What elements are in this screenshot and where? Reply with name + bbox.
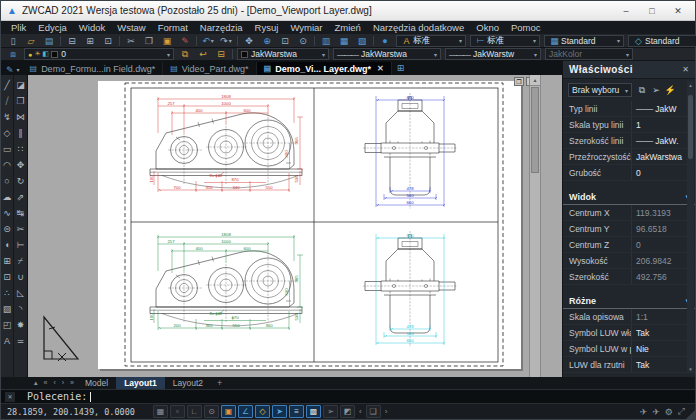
property-row[interactable]: Typ linii —— JakW (563, 101, 695, 117)
document-tab[interactable]: ▤ Video_Part.dwg* ✕ (163, 62, 256, 75)
break-tool[interactable]: ⌿ (15, 253, 27, 269)
menu-item[interactable]: Wymiar (284, 21, 328, 34)
fullscreen-icon[interactable]: ⤢ (678, 406, 685, 417)
selection-cycling-toggle[interactable]: ➢ (323, 405, 338, 418)
explode-tool[interactable]: ✸ (15, 317, 27, 333)
layer-manager-button[interactable]: ⧈ (4, 48, 22, 60)
property-row[interactable]: Skala opisowa 1:1 (563, 309, 695, 325)
maximize-button[interactable]: □ (639, 3, 665, 19)
drawing-area[interactable]: 1808 257 1000 400 600 966 400 100 530 70… (28, 75, 564, 377)
ortho-toggle[interactable]: ∟ (187, 405, 202, 418)
redo-button[interactable]: ↷▾ (217, 35, 235, 47)
scroll-up-icon[interactable]: ▴ (530, 75, 540, 86)
chamfer-tool[interactable]: ◺ (15, 285, 27, 301)
rectangle-tool[interactable]: ▭ (1, 141, 13, 157)
property-row[interactable]: Centrum Y 96.6518 (563, 221, 695, 237)
lineweight-toggle[interactable]: ≡ (289, 405, 304, 418)
section-header-widok[interactable]: Widok ▾ (563, 189, 695, 205)
first-layout-icon[interactable]: « (41, 379, 51, 387)
layer-previous-button[interactable]: ↩ (194, 48, 212, 60)
dim-style-combo[interactable]: ⟝ 标准 ▾ (470, 35, 540, 47)
align-tool[interactable]: ≃ (15, 333, 27, 349)
layer-states-button[interactable]: ⊟ (212, 48, 230, 60)
viewport-lock-toggle[interactable]: ▣ (221, 405, 236, 418)
menu-item[interactable]: Zmień (328, 21, 366, 34)
menu-item[interactable]: Widok (73, 21, 111, 34)
pan-button[interactable]: ✥▾ (240, 35, 258, 47)
minimize-button[interactable]: – (613, 3, 639, 19)
viewport-top-right[interactable]: 660 478 560 660 (363, 93, 457, 209)
save-button[interactable]: ▤▾ (40, 35, 58, 47)
plot-preview-button[interactable]: ⊞▾ (81, 35, 99, 47)
polar-tracking-toggle[interactable]: ⊙ (204, 405, 219, 418)
undo-button[interactable]: ↶▾ (199, 35, 217, 47)
make-layer-current-button[interactable]: ⧉ (176, 48, 194, 60)
cut-button[interactable]: ✂▾ (122, 35, 140, 47)
isometric-toggle[interactable]: ∠ (238, 405, 253, 418)
line-tool[interactable]: ╱ (1, 77, 13, 93)
lineweight-combo[interactable]: ——— JakWarstw ▾ (445, 48, 541, 60)
menu-item[interactable]: Edycja (32, 21, 73, 34)
match-properties-button[interactable]: ✎▾ (176, 35, 194, 47)
property-row[interactable]: Przeźroczystość JakWarstwa (563, 149, 695, 165)
paper-sheet[interactable]: 1808 257 1000 400 600 966 400 100 530 70… (98, 81, 521, 369)
scrollbar-thumb[interactable] (531, 87, 539, 173)
property-row[interactable]: Symbol LUW w p... Nie (563, 341, 695, 357)
circle-tool[interactable]: ○ (1, 173, 13, 189)
restore-document-button[interactable]: ❐ (514, 77, 524, 86)
layout-menu-up-icon[interactable]: ▴ (31, 379, 41, 387)
property-row[interactable]: Symbol LUW włą... Tak (563, 325, 695, 341)
erase-tool[interactable]: ◪ (15, 77, 27, 93)
scrollbar-thumb[interactable] (688, 95, 693, 159)
zoom-realtime-button[interactable]: ⊕▾ (258, 35, 276, 47)
copy-tool[interactable]: ❐ (15, 93, 27, 109)
linetype-combo[interactable]: ——— JakWarstwa ▾ (333, 48, 441, 60)
property-row[interactable]: Wysokość 206.9842 (563, 253, 695, 269)
mtext-tool[interactable]: A (1, 333, 13, 349)
publish-button[interactable]: ⊡▾ (99, 35, 117, 47)
property-row[interactable]: Skala typu linii 1 (563, 117, 695, 133)
tab-pencil-icon[interactable]: ✎ (3, 65, 17, 75)
plot-button[interactable]: ⊟▾ (63, 35, 81, 47)
next-layout-icon[interactable]: › (59, 379, 67, 387)
revcloud-tool[interactable]: ☁ (1, 189, 13, 205)
scale-tool[interactable]: ⇗ (15, 189, 27, 205)
scroll-down-icon[interactable]: ▾ (687, 366, 694, 372)
viewport-bottom-left[interactable]: 1808 257 1000 400 600 985 630 100 530 20… (149, 232, 304, 330)
join-tool[interactable]: ∪ (15, 269, 27, 285)
layout-tab[interactable]: Model (77, 377, 116, 389)
new-file-button[interactable]: ▯▾ (4, 35, 22, 47)
grid-toggle[interactable]: ▦ (153, 405, 168, 418)
create-block-tool[interactable]: ⊡ (1, 269, 13, 285)
tab-close-icon[interactable]: ✕ (377, 64, 384, 73)
menu-item[interactable]: Wstaw (111, 21, 152, 34)
quick-select-icon[interactable]: ⚡ (663, 83, 677, 97)
property-row[interactable]: Centrum Z 0 (563, 237, 695, 253)
ellipse-arc-tool[interactable]: ◖ (1, 237, 13, 253)
dropdown-arrow-icon[interactable]: ▾ (211, 37, 214, 44)
layout-tab[interactable]: Layout1 (116, 377, 165, 389)
menu-item[interactable]: Okno (470, 21, 505, 34)
tool-palettes-button[interactable]: ▧▾ (353, 35, 371, 47)
properties-palette-button[interactable]: ▥▾ (317, 35, 335, 47)
close-button[interactable]: ✕ (665, 3, 691, 19)
hatch-tool[interactable]: ▨ (1, 301, 13, 317)
snap-tracking-toggle[interactable]: ➤ (272, 405, 287, 418)
fillet-tool[interactable]: ◝ (15, 301, 27, 317)
text-style-combo[interactable]: A 标准 ▾ (396, 35, 466, 47)
panel-scrollbar[interactable]: ▴ ▾ (687, 81, 694, 373)
snap-toggle[interactable]: ▫ (170, 405, 185, 418)
last-layout-icon[interactable]: » (67, 379, 77, 387)
polygon-tool[interactable]: ◇ (1, 125, 13, 141)
status-prev-icon[interactable]: ‹ (356, 407, 365, 416)
viewport-bottom-right[interactable]: 800 478 560 650 (363, 231, 457, 347)
property-row[interactable]: Szerokość linii —— JakW. (563, 133, 695, 149)
workspace-icon[interactable]: ✈ (640, 407, 648, 417)
status-next-icon[interactable]: › (382, 407, 391, 416)
document-tab[interactable]: ▤ Demo_Vi... Layer.dwg* ✕ (257, 62, 392, 75)
property-row[interactable]: Szerokość 492.756 (563, 269, 695, 285)
resize-grip[interactable] (686, 410, 695, 419)
polyline-tool[interactable]: ↯ (1, 109, 13, 125)
zoom-previous-button[interactable]: ⊙▾ (294, 35, 312, 47)
rotate-tool[interactable]: ↻ (15, 173, 27, 189)
